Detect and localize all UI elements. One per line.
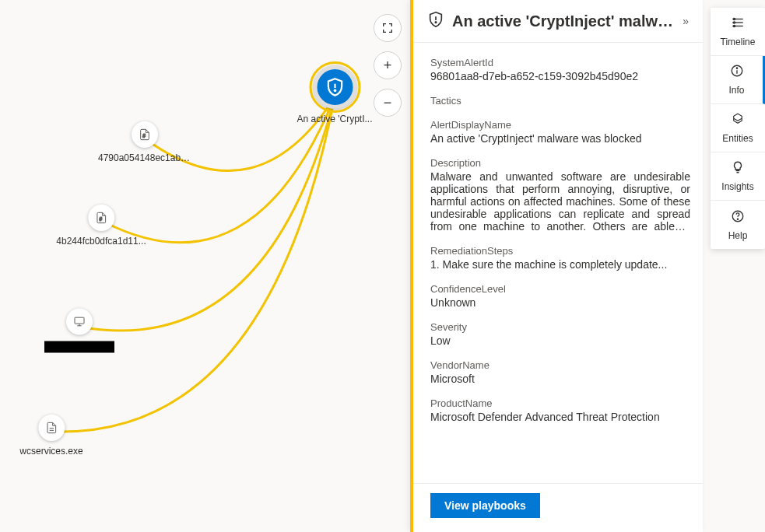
lightbulb-icon [731,160,745,178]
help-icon [731,209,745,227]
field-vendorname: VendorName Microsoft [430,359,690,385]
node-filehash-2[interactable]: # 4b244fcb0dfca1d11... [56,205,146,247]
svg-point-19 [736,68,737,68]
details-footer: View playbooks [413,483,703,532]
svg-text:#: # [142,133,146,138]
hash-file-icon: # [132,121,158,148]
shield-alert-icon [313,65,356,109]
hash-file-icon: # [88,205,114,231]
file-icon [38,415,65,441]
timeline-icon [731,16,745,33]
svg-rect-4 [75,317,84,324]
rail-info[interactable]: Info [711,56,765,104]
details-title: An active 'CryptInject' malware ... [452,12,675,30]
svg-point-21 [737,219,738,219]
redacted-label [44,341,114,353]
svg-text:#: # [99,216,102,222]
view-playbooks-button[interactable]: View playbooks [430,493,540,518]
side-rail: Timeline Info Entities Insights Help [711,8,765,249]
rail-label: Info [728,85,744,96]
node-file-wcservices[interactable]: wcservices.exe [19,415,82,457]
field-alertdisplayname: AlertDisplayName An active 'CryptInject'… [430,119,690,145]
field-tactics: Tactics [430,95,690,107]
details-header: An active 'CryptInject' malware ... » [413,0,703,43]
entities-icon [731,112,745,130]
field-description: Description Malware and unwanted softwar… [430,157,690,233]
rail-label: Insights [721,181,753,192]
rail-insights[interactable]: Insights [711,152,765,201]
rail-entities[interactable]: Entities [711,104,765,152]
graph-controls: + − [374,14,402,117]
zoom-in-button[interactable]: + [374,51,402,79]
field-productname: ProductName Microsoft Defender Advanced … [430,397,690,423]
expand-panel-button[interactable]: » [683,15,689,27]
host-icon [66,309,93,335]
fit-to-screen-button[interactable] [374,14,402,42]
details-body[interactable]: SystemAlertId 96801aa8-d7eb-a652-c159-30… [413,43,703,483]
rail-help[interactable]: Help [711,201,765,249]
shield-alert-icon [427,11,444,31]
rail-label: Entities [722,133,753,144]
rail-label: Help [728,230,748,241]
field-confidencelevel: ConfidenceLevel Unknown [430,283,690,309]
node-label: 4790a054148ec1abe... [98,152,191,163]
node-label: wcservices.exe [19,446,82,457]
rail-label: Timeline [721,37,756,47]
svg-point-10 [435,22,436,23]
field-systemalertid: SystemAlertId 96801aa8-d7eb-a652-c159-30… [430,57,690,82]
field-severity: Severity Low [430,321,690,347]
node-host[interactable] [44,309,114,353]
details-panel: An active 'CryptInject' malware ... » Sy… [410,0,703,532]
svg-point-1 [334,89,335,91]
node-label: An active 'CryptI... [297,114,373,124]
field-remediationsteps: RemediationSteps 1. Make sure the machin… [430,245,690,271]
node-alert-primary[interactable]: An active 'CryptI... [297,65,373,124]
node-label: 4b244fcb0dfca1d11... [56,236,146,247]
rail-timeline[interactable]: Timeline [711,8,765,56]
zoom-out-button[interactable]: − [374,89,402,117]
info-icon [730,64,744,82]
node-filehash-1[interactable]: # 4790a054148ec1abe... [98,121,191,163]
